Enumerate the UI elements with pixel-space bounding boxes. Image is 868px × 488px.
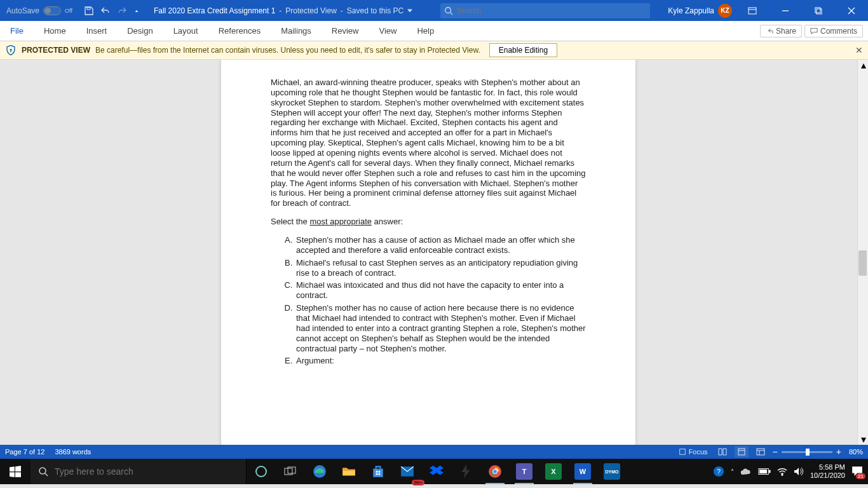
zoom-slider[interactable] <box>782 451 832 453</box>
tab-help[interactable]: Help <box>407 21 444 41</box>
store-icon <box>371 464 385 478</box>
autosave-toggle[interactable]: AutoSave Off <box>0 6 79 15</box>
svg-rect-19 <box>379 473 381 475</box>
scenario-paragraph: Michael, an award-winning theatre produc… <box>271 78 586 208</box>
autosave-label: AutoSave <box>6 6 39 15</box>
print-layout-button[interactable] <box>735 446 749 458</box>
redo-icon[interactable] <box>117 6 127 16</box>
zoom-level[interactable]: 80% <box>849 448 863 456</box>
word-button[interactable]: W <box>568 459 597 484</box>
account-button[interactable]: Kyle Zappulla KZ <box>668 4 732 18</box>
taskbar-search[interactable] <box>31 459 247 484</box>
start-button[interactable] <box>0 459 31 484</box>
doc-view-state: Protected View <box>285 6 337 15</box>
file-explorer-button[interactable] <box>334 459 363 484</box>
share-icon <box>766 27 773 35</box>
zoom-in-button[interactable]: + <box>836 447 841 457</box>
wifi-icon[interactable] <box>777 467 787 476</box>
lightning-app-button[interactable] <box>451 459 480 484</box>
microsoft-store-button[interactable] <box>363 459 393 484</box>
svg-text:?: ? <box>717 468 721 475</box>
answer-list: Stephen's mother has a cause of action a… <box>271 235 586 366</box>
excel-button[interactable]: X <box>539 459 568 484</box>
word-count[interactable]: 3869 words <box>55 448 91 456</box>
cortana-button[interactable] <box>247 459 276 484</box>
zoom-out-button[interactable]: − <box>773 447 778 457</box>
read-mode-button[interactable] <box>715 446 729 458</box>
dymo-button[interactable]: DYMO <box>597 459 627 484</box>
tab-file[interactable]: File <box>0 21 34 41</box>
edge-button[interactable] <box>305 459 334 484</box>
undo-icon[interactable] <box>100 6 111 16</box>
tab-mailings[interactable]: Mailings <box>271 21 322 41</box>
tab-references[interactable]: References <box>208 21 271 41</box>
search-box[interactable] <box>440 3 650 18</box>
svg-rect-18 <box>376 473 378 475</box>
windows-icon <box>10 466 21 477</box>
svg-rect-0 <box>87 8 90 10</box>
help-icon[interactable]: ? <box>713 466 724 477</box>
battery-icon[interactable] <box>758 468 771 475</box>
answer-option: Stephen's mother has a cause of action a… <box>295 235 586 255</box>
scroll-up-button[interactable]: ▴ <box>858 60 868 71</box>
answer-option: Argument: <box>295 356 586 366</box>
clock[interactable]: 5:58 PM 10/21/2020 <box>810 463 845 479</box>
volume-icon[interactable] <box>794 467 804 476</box>
tab-layout[interactable]: Layout <box>163 21 208 41</box>
tab-home[interactable]: Home <box>34 21 76 41</box>
document-page: Michael, an award-winning theatre produc… <box>221 60 635 445</box>
doc-save-state: Saved to this PC <box>347 6 403 15</box>
svg-rect-9 <box>757 449 764 455</box>
minimize-button[interactable] <box>773 0 798 21</box>
cortana-icon <box>255 465 268 478</box>
protected-view-label: PROTECTED VIEW <box>22 46 90 55</box>
mail-button[interactable]: 99+ <box>393 459 422 484</box>
close-button[interactable] <box>839 0 864 21</box>
vertical-scrollbar[interactable]: ▴ ▾ <box>857 60 868 445</box>
share-button[interactable]: Share <box>760 25 802 37</box>
save-icon[interactable] <box>84 6 94 16</box>
tab-review[interactable]: Review <box>322 21 369 41</box>
tray-overflow-button[interactable]: ˄ <box>731 468 734 475</box>
web-layout-button[interactable] <box>754 446 768 458</box>
customize-qat-icon[interactable] <box>133 6 140 16</box>
task-view-button[interactable] <box>276 459 305 484</box>
status-bar: Page 7 of 12 3869 words Focus − + 80% <box>0 445 868 459</box>
comment-icon <box>810 27 818 35</box>
answer-option: Stephen's mother has no cause of action … <box>295 303 586 353</box>
shield-icon <box>5 44 17 56</box>
page-indicator[interactable]: Page 7 of 12 <box>5 448 44 456</box>
onedrive-icon[interactable] <box>740 467 752 476</box>
bolt-icon <box>461 464 470 478</box>
answer-option: Michael was intoxicated and thus did not… <box>295 280 586 301</box>
scrollbar-thumb[interactable] <box>858 250 867 276</box>
word-icon: W <box>574 463 591 480</box>
ribbon-display-button[interactable] <box>740 0 765 21</box>
maximize-button[interactable] <box>806 0 831 21</box>
scroll-down-button[interactable]: ▾ <box>858 434 868 445</box>
svg-rect-16 <box>376 471 378 473</box>
close-icon[interactable]: ✕ <box>855 45 863 55</box>
taskbar-search-input[interactable] <box>55 466 238 477</box>
tab-insert[interactable]: Insert <box>76 21 118 41</box>
svg-rect-2 <box>749 8 756 14</box>
comments-button[interactable]: Comments <box>804 25 863 37</box>
tab-design[interactable]: Design <box>117 21 163 41</box>
tab-view[interactable]: View <box>369 21 407 41</box>
prompt-text-end: answer: <box>372 217 403 226</box>
focus-mode-button[interactable]: Focus <box>676 446 710 458</box>
dropbox-button[interactable] <box>422 459 451 484</box>
action-center-button[interactable]: 21 <box>851 465 863 478</box>
zoom-slider-thumb[interactable] <box>806 449 810 456</box>
document-canvas[interactable]: Michael, an award-winning theatre produc… <box>0 60 868 445</box>
chrome-button[interactable] <box>480 459 510 484</box>
chevron-down-icon[interactable] <box>407 9 412 13</box>
teams-button[interactable]: T <box>510 459 539 484</box>
enable-editing-button[interactable]: Enable Editing <box>489 43 557 57</box>
zoom-control: − + 80% <box>773 447 863 457</box>
focus-icon <box>679 448 686 456</box>
svg-rect-15 <box>373 469 383 477</box>
search-input[interactable] <box>457 6 646 15</box>
comments-label: Comments <box>820 27 857 36</box>
svg-point-5 <box>10 49 12 51</box>
